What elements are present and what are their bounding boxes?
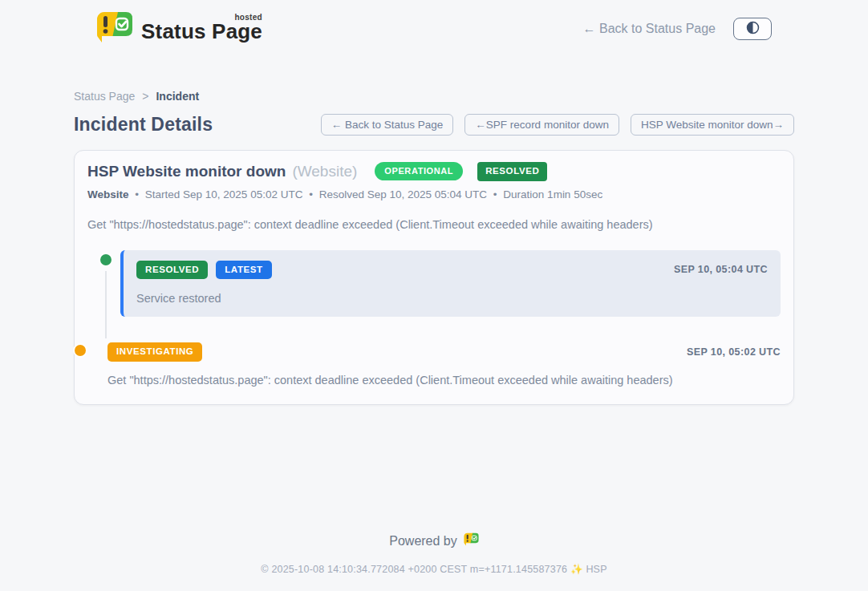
timeline-timestamp: SEP 10, 05:02 UTC [687, 346, 781, 358]
meta-duration: Duration 1min 50sec [503, 188, 602, 200]
incident-timeline: RESOLVED LATEST SEP 10, 05:04 UTC Servic… [87, 250, 781, 387]
breadcrumb-separator: > [142, 90, 148, 103]
incident-meta: Website • Started Sep 10, 2025 05:02 UTC… [87, 188, 781, 200]
timeline-dot-resolved [99, 253, 113, 267]
timeline-entry-resolved: RESOLVED LATEST SEP 10, 05:04 UTC Servic… [120, 250, 781, 318]
timeline-message: Service restored [136, 292, 768, 305]
back-to-status-page-button[interactable]: ← Back to Status Page [321, 114, 454, 136]
timeline-connector-line [105, 271, 107, 338]
powered-by: Powered by [389, 532, 479, 550]
breadcrumb-status-page[interactable]: Status Page [74, 90, 135, 103]
incident-description: Get "https://hostedstatus.page": context… [87, 218, 781, 231]
timeline-message: Get "https://hostedstatus.page": context… [107, 374, 781, 387]
next-incident-button[interactable]: HSP Website monitor down→ [631, 114, 794, 136]
meta-resolved: Resolved Sep 10, 2025 05:04 UTC [319, 188, 487, 200]
operational-status-badge: OPERATIONAL [375, 162, 463, 180]
header-back-link[interactable]: ← Back to Status Page [583, 22, 716, 36]
prev-incident-button[interactable]: ←SPF record monitor down [464, 114, 619, 136]
logo-hosted-label: hosted [234, 13, 262, 22]
header: hosted Status Page ← Back to Status Page [74, 0, 794, 48]
resolved-badge: RESOLVED [136, 261, 208, 280]
breadcrumb: Status Page > Incident [74, 90, 794, 103]
status-page-logo[interactable]: hosted Status Page [96, 11, 262, 48]
logo-bubble-icon [96, 11, 133, 48]
footer: Powered by © 2025-10-08 14:10:34.772084 … [0, 532, 868, 591]
timeline-timestamp: SEP 10, 05:04 UTC [674, 264, 768, 275]
theme-toggle-button[interactable] [733, 18, 772, 40]
sparkles-icon: ✨ [570, 564, 583, 575]
timeline-entry-investigating: INVESTIGATING SEP 10, 05:02 UTC Get "htt… [107, 341, 781, 387]
incident-title: HSP Website monitor down [87, 163, 286, 180]
latest-badge: LATEST [216, 261, 271, 280]
copyright-line: © 2025-10-08 14:10:34.772084 +0200 CEST … [0, 563, 868, 575]
investigating-badge: INVESTIGATING [107, 342, 202, 362]
resolved-state-badge: RESOLVED [477, 162, 547, 181]
logo-brand-label: Status Page [141, 19, 262, 43]
contrast-half-circle-icon [746, 21, 760, 37]
incident-nav-buttons: ← Back to Status Page ←SPF record monito… [321, 114, 794, 136]
meta-started: Started Sep 10, 2025 05:02 UTC [145, 188, 303, 200]
meta-component: Website [87, 188, 129, 200]
timeline-dot-investigating [73, 343, 87, 358]
footer-logo-icon[interactable] [464, 532, 479, 550]
incident-component-label: (Website) [292, 163, 357, 180]
incident-card: HSP Website monitor down (Website) OPERA… [74, 150, 794, 405]
page-title: Incident Details [74, 114, 213, 136]
powered-by-label: Powered by [389, 534, 457, 548]
breadcrumb-incident: Incident [156, 90, 199, 103]
